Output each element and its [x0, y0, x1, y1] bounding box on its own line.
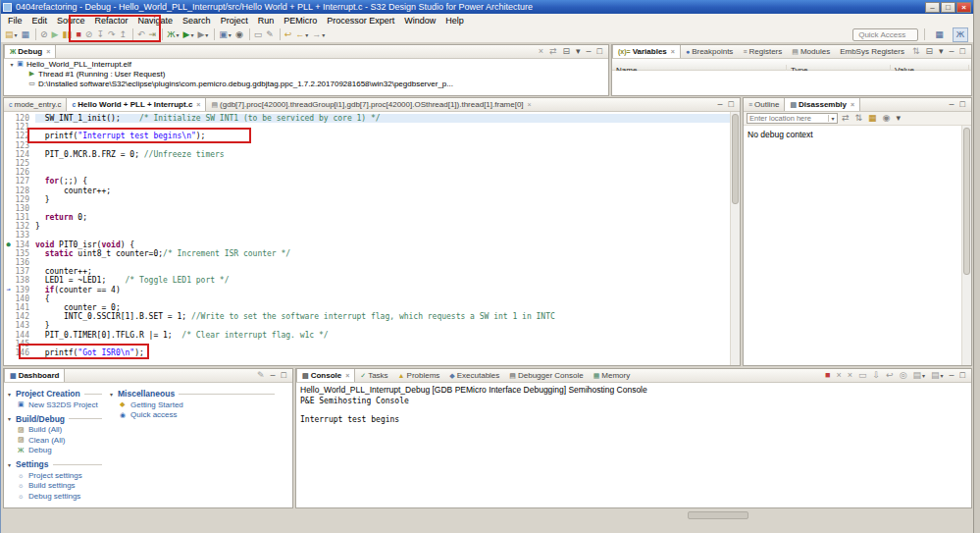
pin-icon[interactable]: ✎: [256, 369, 266, 383]
code-line[interactable]: 137 counter++;: [4, 267, 730, 276]
editor-tab-hello-world-pll-interrupt-c[interactable]: cHello World + PLL + Interrupt.c×: [66, 98, 206, 111]
variables-view-tab-breakpoints[interactable]: ●Breakpoints: [681, 45, 738, 58]
code-line[interactable]: 146 printf("Got ISR0\n");: [4, 348, 730, 357]
menu-help[interactable]: Help: [440, 16, 469, 26]
menu-run[interactable]: Run: [253, 16, 280, 26]
variables-view-tab-registers[interactable]: ≡Registers: [738, 45, 787, 58]
new-wizard-icon[interactable]: ▤▾: [4, 27, 19, 42]
code-line[interactable]: 126: [4, 168, 730, 177]
scroll-lock-icon[interactable]: ⇩: [872, 369, 882, 383]
open-perspective-icon[interactable]: ▦: [931, 27, 948, 42]
connect-icon[interactable]: ⇄: [548, 45, 558, 59]
dashboard-link-getting-started[interactable]: ◆Getting Started: [110, 400, 275, 410]
dashboard-link-new-s32ds-project[interactable]: ▣New S32DS Project: [8, 400, 102, 410]
dashboard-link-project-settings[interactable]: ☼Project settings: [8, 470, 102, 481]
code-line[interactable]: 142 INTC_0.SSCIR[1].B.SET = 1; //Write t…: [4, 312, 730, 321]
step-into-icon[interactable]: ↧: [95, 27, 105, 42]
console-tab-tasks[interactable]: ✓Tasks: [355, 369, 392, 382]
mark-occurrences-icon[interactable]: ✎: [265, 27, 275, 42]
open-console-icon[interactable]: ▤▾: [930, 369, 945, 383]
code-line[interactable]: 133: [4, 231, 730, 240]
suspend-icon[interactable]: ▮▮: [62, 27, 74, 42]
close-icon[interactable]: ×: [196, 101, 200, 108]
editor-scrollbar-thumb[interactable]: [732, 114, 739, 204]
refresh-icon[interactable]: ⇅: [854, 111, 864, 126]
disassembly-scrollbar[interactable]: [961, 126, 971, 365]
code-line[interactable]: 130: [4, 204, 730, 213]
instruction-stepping-icon[interactable]: ⇥: [148, 27, 158, 42]
console-tab-console[interactable]: ▤Console×: [296, 369, 355, 382]
code-line[interactable]: 131 return 0;: [4, 213, 730, 222]
disconnect-icon[interactable]: ⊘: [84, 27, 94, 42]
code-line[interactable]: 128 counter++;: [4, 187, 730, 195]
external-tools-icon[interactable]: ▶▾: [196, 27, 209, 42]
word-wrap-icon[interactable]: ↩: [885, 369, 895, 383]
console-tab-problems[interactable]: ▲Problems: [393, 369, 445, 382]
code-line[interactable]: 127 for(;;) {: [4, 177, 730, 186]
dashboard-link-debug-settings[interactable]: ☼Debug settings: [8, 491, 102, 502]
maximize-window-button[interactable]: □: [941, 2, 955, 13]
remove-all-terminated-icon[interactable]: ×: [538, 45, 544, 59]
forward-icon[interactable]: →▾: [311, 27, 326, 42]
back-icon[interactable]: ←▾: [294, 27, 309, 42]
console-content[interactable]: Hello_World_PLL_Interrupt_Debug [GDB PEM…: [296, 383, 971, 507]
drop-to-frame-icon[interactable]: ↶: [136, 27, 146, 42]
maximize-icon[interactable]: □: [959, 369, 966, 383]
new-c-project-icon[interactable]: ▣▾: [218, 27, 232, 42]
show-columns-icon[interactable]: ⇅: [911, 45, 921, 59]
view-menu-icon[interactable]: ▾: [895, 111, 902, 126]
debug-tree-item[interactable]: ▶Thread #1 (Running : User Request): [4, 69, 608, 79]
show-source-icon[interactable]: ▦: [867, 111, 878, 126]
section-header-miscellaneous[interactable]: ▾Miscellaneous: [110, 388, 275, 400]
menu-processor-expert[interactable]: Processor Expert: [322, 16, 399, 26]
search-icon[interactable]: ◉: [234, 27, 244, 42]
remove-all-launches-icon[interactable]: ×: [847, 369, 853, 383]
minimize-icon[interactable]: –: [717, 98, 724, 112]
variables-view-tab-variables[interactable]: (x)=Variables×: [612, 45, 681, 58]
clear-console-icon[interactable]: ▭: [857, 369, 868, 383]
maximize-icon[interactable]: □: [959, 45, 966, 59]
code-line[interactable]: 140 {: [4, 294, 730, 303]
code-line[interactable]: 138 LED1 = ~LED1; /* Toggle LED1 port */: [4, 276, 730, 285]
code-line[interactable]: 135 static uint8_t counter=0;/* Incremen…: [4, 249, 730, 258]
minimize-icon[interactable]: –: [270, 369, 277, 383]
location-dropdown-icon[interactable]: ▾: [828, 115, 837, 122]
last-edit-location-icon[interactable]: ↩: [284, 27, 293, 42]
disassembly-scrollbar-thumb[interactable]: [963, 128, 970, 275]
collapse-all-icon[interactable]: ⊟: [561, 45, 571, 59]
code-line[interactable]: 136: [4, 258, 730, 267]
code-area[interactable]: 120 SW_INT_1_init(); /* Initialize SW IN…: [4, 112, 730, 365]
section-header-project-creation[interactable]: ▾Project Creation: [8, 388, 102, 400]
code-line[interactable]: 123: [4, 141, 730, 150]
step-over-icon[interactable]: ↷: [107, 27, 117, 42]
code-line[interactable]: 144 PIT_0.TIMER[0].TFLG.R |= 1; /* Clear…: [4, 331, 730, 340]
right-pane-tab-disassembly[interactable]: ▤Disassembly×: [784, 98, 860, 111]
remove-launch-icon[interactable]: ×: [835, 369, 842, 383]
horizontal-scrollbar-thumb[interactable]: [688, 511, 748, 519]
console-tab-memory[interactable]: ▦Memory: [589, 369, 636, 382]
dashboard-link-quick-access[interactable]: ◉Quick access: [110, 410, 275, 421]
debug-tree-item[interactable]: ▾▣Hello_World_PLL_Interrupt.elf: [4, 59, 608, 69]
menu-pemicro[interactable]: PEMicro: [279, 16, 322, 26]
variables-view-tab-modules[interactable]: ▤Modules: [787, 45, 835, 58]
link-with-active-icon[interactable]: ⇄: [841, 111, 851, 126]
section-header-build-debug[interactable]: ▾Build/Debug: [8, 413, 102, 425]
right-pane-tab-outline[interactable]: ≡Outline: [744, 98, 784, 111]
debug-tree-item[interactable]: ▭D:\Installed software\S32\eclipse\plugi…: [4, 79, 608, 88]
code-line[interactable]: 143 }: [4, 321, 730, 330]
terminate-icon[interactable]: ■: [75, 27, 81, 42]
pin-console-icon[interactable]: ◎: [899, 369, 908, 383]
run-icon[interactable]: ▶▾: [181, 27, 194, 42]
debug-view-tab-debug[interactable]: ЖDebug×: [4, 45, 56, 58]
variables-view-tab-embsys-registers[interactable]: EmbSys Registers: [835, 45, 909, 58]
editor-tab-gdb-7-proc-42000-threadgroup-i1-gdb-7-proc-42000-osthread-1-thread-1-frame-0[interactable]: ▤(gdb[7].proc[42000].threadGroup[i1],gdb…: [206, 98, 536, 111]
debug-perspective-icon[interactable]: Ж: [953, 27, 968, 42]
minimize-icon[interactable]: –: [949, 369, 955, 383]
quick-access-box[interactable]: Quick Access: [852, 28, 918, 41]
code-line[interactable]: 125: [4, 159, 730, 168]
code-line[interactable]: 129 }: [4, 195, 730, 204]
maximize-icon[interactable]: □: [281, 369, 287, 383]
maximize-icon[interactable]: □: [728, 98, 735, 112]
editor-scrollbar[interactable]: [730, 112, 740, 365]
minimize-icon[interactable]: –: [586, 45, 593, 59]
